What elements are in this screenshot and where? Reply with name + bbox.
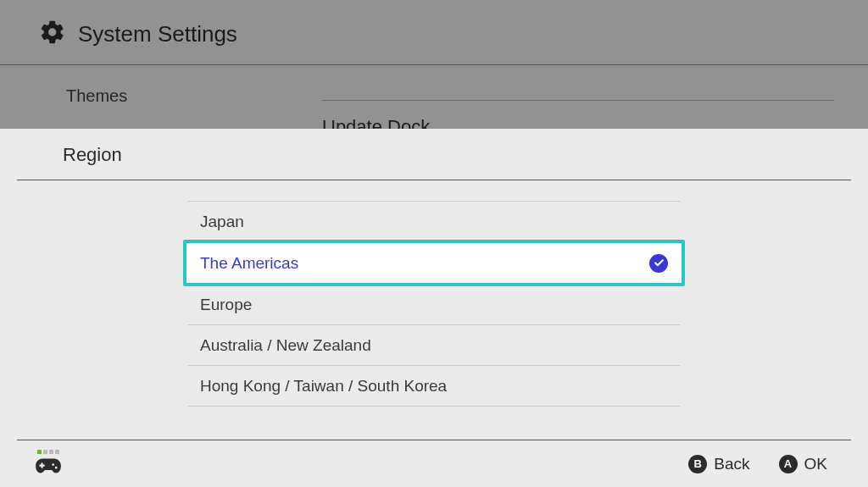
region-option-label: Hong Kong / Taiwan / South Korea	[200, 377, 447, 396]
settings-title: System Settings	[78, 21, 237, 47]
controller-player-dots	[37, 450, 59, 454]
sidebar-item-themes[interactable]: Themes	[0, 75, 280, 117]
gear-icon	[39, 19, 66, 49]
modal-header: Region	[17, 129, 851, 180]
modal-title: Region	[63, 144, 122, 165]
region-option[interactable]: The Americas	[183, 240, 685, 286]
back-label: Back	[714, 455, 749, 473]
footer-bar: B Back A OK	[17, 440, 851, 487]
controller-icon	[34, 457, 63, 479]
region-option[interactable]: Hong Kong / Taiwan / South Korea	[188, 365, 680, 407]
controller-indicator	[34, 450, 63, 479]
back-action[interactable]: B Back	[688, 455, 749, 473]
check-icon	[649, 254, 668, 273]
region-option-label: Australia / New Zealand	[200, 336, 371, 355]
main-item-partial	[322, 74, 834, 101]
region-option[interactable]: Europe	[188, 284, 680, 325]
region-option-label: The Americas	[200, 254, 298, 273]
region-option-label: Japan	[200, 213, 244, 231]
settings-header: System Settings	[0, 0, 868, 65]
b-button-icon: B	[688, 455, 707, 473]
region-option[interactable]: Japan	[188, 201, 680, 242]
ok-action[interactable]: A OK	[779, 455, 827, 473]
region-option-label: Europe	[200, 296, 252, 314]
region-option[interactable]: Australia / New Zealand	[188, 324, 680, 366]
region-list: JapanThe AmericasEuropeAustralia / New Z…	[0, 180, 868, 440]
a-button-icon: A	[779, 455, 798, 473]
region-modal: Region JapanThe AmericasEuropeAustralia …	[0, 129, 868, 487]
ok-label: OK	[804, 455, 827, 473]
